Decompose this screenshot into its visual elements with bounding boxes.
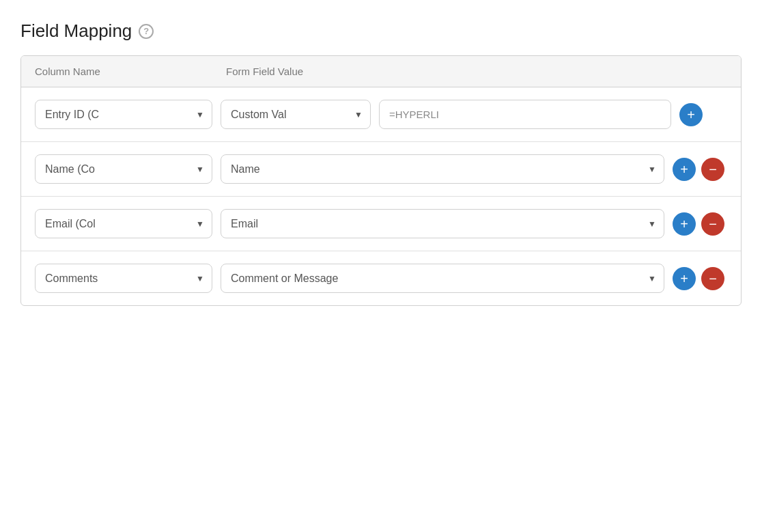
email-field-select-wrapper: Email ▼	[221, 209, 664, 238]
name-column-select[interactable]: Name (Co	[35, 154, 212, 184]
form-field-value-header: Form Field Value	[226, 66, 495, 77]
add-row-button[interactable]: +	[673, 267, 696, 290]
name-column-select-wrapper: Name (Co ▼	[35, 154, 212, 184]
entry-id-column-select[interactable]: Entry ID (C	[35, 100, 212, 129]
table-row: Name (Co ▼ Name ▼ + −	[21, 142, 741, 197]
email-field-select[interactable]: Email	[221, 209, 664, 238]
entry-id-field-select[interactable]: Custom Val	[221, 100, 371, 129]
comments-column-select[interactable]: Comments	[35, 264, 212, 293]
entry-id-action-buttons: +	[679, 103, 727, 126]
remove-row-button[interactable]: −	[701, 212, 724, 236]
name-field-select[interactable]: Name	[221, 154, 664, 184]
email-action-buttons: + −	[673, 212, 727, 236]
email-column-select-wrapper: Email (Col ▼	[35, 209, 212, 238]
comments-action-buttons: + −	[673, 267, 727, 290]
entry-id-field-select-wrapper: Custom Val ▼	[221, 100, 371, 129]
field-mapping-table: Column Name Form Field Value Entry ID (C…	[20, 55, 742, 306]
entry-id-text-input[interactable]	[379, 100, 671, 129]
table-row: Entry ID (C ▼ Custom Val ▼ +	[21, 87, 741, 142]
table-header: Column Name Form Field Value	[21, 56, 741, 87]
comments-field-select[interactable]: Comment or Message	[221, 264, 664, 293]
add-row-button[interactable]: +	[679, 103, 703, 126]
table-row: Email (Col ▼ Email ▼ + −	[21, 197, 741, 251]
table-row: Comments ▼ Comment or Message ▼ + −	[21, 251, 741, 305]
comments-column-select-wrapper: Comments ▼	[35, 264, 212, 293]
column-name-header: Column Name	[35, 66, 226, 77]
add-row-button[interactable]: +	[673, 212, 696, 236]
email-column-select[interactable]: Email (Col	[35, 209, 212, 238]
page-title: Field Mapping	[20, 20, 132, 42]
name-field-select-wrapper: Name ▼	[221, 154, 664, 184]
name-action-buttons: + −	[673, 158, 727, 181]
add-row-button[interactable]: +	[673, 158, 696, 181]
help-icon[interactable]: ?	[139, 24, 154, 39]
remove-row-button[interactable]: −	[701, 158, 724, 181]
page-header: Field Mapping ?	[20, 20, 742, 42]
comments-field-select-wrapper: Comment or Message ▼	[221, 264, 664, 293]
entry-id-column-select-wrapper: Entry ID (C ▼	[35, 100, 212, 129]
remove-row-button[interactable]: −	[701, 267, 724, 290]
